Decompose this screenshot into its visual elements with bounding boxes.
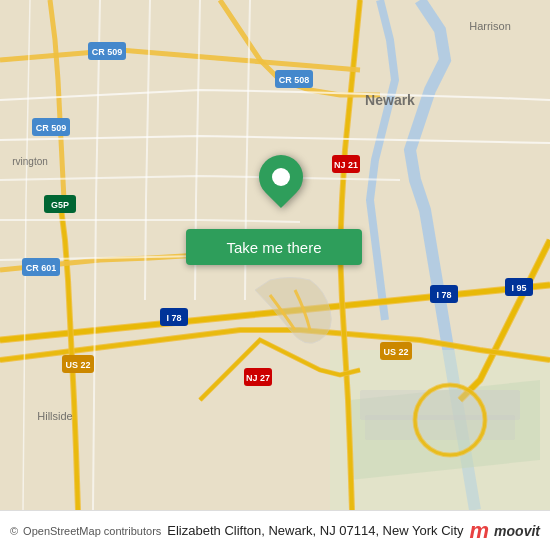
- svg-rect-31: [365, 415, 515, 440]
- location-text: Elizabeth Clifton, Newark, NJ 07114, New…: [161, 523, 469, 538]
- copyright-text: OpenStreetMap contributors: [23, 525, 161, 537]
- bottom-bar: © OpenStreetMap contributors Elizabeth C…: [0, 510, 550, 550]
- svg-text:NJ 21: NJ 21: [334, 160, 358, 170]
- map-container: CR 509 CR 509 CR 508 G5P CR 601 I 78 I 7…: [0, 0, 550, 510]
- svg-text:I 95: I 95: [511, 283, 526, 293]
- svg-text:Harrison: Harrison: [469, 20, 511, 32]
- svg-text:CR 508: CR 508: [279, 75, 310, 85]
- svg-text:I 78: I 78: [166, 313, 181, 323]
- map-pin: [256, 155, 306, 215]
- svg-text:G5P: G5P: [51, 200, 69, 210]
- svg-text:US 22: US 22: [383, 347, 408, 357]
- svg-text:I 78: I 78: [436, 290, 451, 300]
- moovit-brand-text: moovit: [494, 523, 540, 539]
- svg-text:CR 509: CR 509: [92, 47, 123, 57]
- moovit-m-icon: m: [470, 518, 490, 544]
- svg-text:NJ 27: NJ 27: [246, 373, 270, 383]
- pin-body: [250, 146, 312, 208]
- pin-inner: [272, 168, 290, 186]
- copyright-section: © OpenStreetMap contributors: [10, 525, 161, 537]
- svg-text:rvington: rvington: [12, 156, 48, 167]
- copyright-icon: ©: [10, 525, 18, 537]
- svg-text:CR 601: CR 601: [26, 263, 57, 273]
- svg-text:CR 509: CR 509: [36, 123, 67, 133]
- moovit-logo: m moovit: [470, 518, 540, 544]
- take-me-there-button[interactable]: Take me there: [186, 229, 362, 265]
- svg-text:Newark: Newark: [365, 92, 415, 108]
- svg-text:US 22: US 22: [65, 360, 90, 370]
- svg-text:Hillside: Hillside: [37, 410, 72, 422]
